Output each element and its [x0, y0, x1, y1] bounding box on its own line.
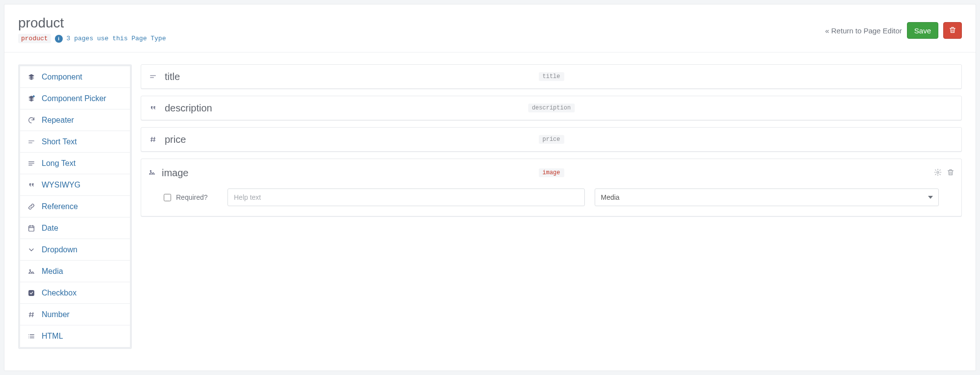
calendar-icon [27, 224, 36, 232]
field-slug-badge: price [538, 135, 564, 144]
svg-point-3 [29, 269, 30, 270]
delete-button[interactable] [943, 22, 962, 39]
field-row-title[interactable]: title title [141, 64, 962, 89]
page-header: product product i 3 pages use this Page … [4, 4, 976, 53]
sidebar-item-label: WYSIWYG [42, 181, 80, 189]
help-text-input[interactable] [227, 188, 585, 206]
field-label: image [162, 167, 188, 179]
svg-text:+: + [33, 95, 34, 97]
sidebar-item-wysiwyg[interactable]: WYSIWYG [20, 174, 130, 196]
sidebar-item-short-text[interactable]: Short Text [20, 131, 130, 153]
link-icon [27, 203, 36, 211]
reload-icon [27, 116, 36, 124]
sidebar-item-media[interactable]: Media [20, 261, 130, 282]
hash-icon [148, 135, 158, 143]
layers-icon [27, 73, 36, 81]
field-card-header[interactable]: image image [148, 166, 955, 180]
field-card-actions [934, 168, 955, 178]
editor-body: Component + Component Picker Repeater Sh… [4, 53, 976, 361]
sidebar-item-label: Dropdown [42, 245, 77, 254]
sidebar-item-label: Number [42, 310, 70, 319]
return-link[interactable]: « Return to Page Editor [825, 27, 902, 35]
field-row-price[interactable]: price price [141, 127, 962, 152]
sidebar-item-long-text[interactable]: Long Text [20, 153, 130, 174]
field-card-body: Required? Media [148, 180, 955, 209]
page-slug-badge: product [18, 34, 51, 43]
long-text-icon [27, 160, 36, 167]
sidebar-item-dropdown[interactable]: Dropdown [20, 239, 130, 261]
page-meta: product i 3 pages use this Page Type [18, 34, 166, 43]
hash-icon [27, 311, 36, 319]
page-usage-text: 3 pages use this Page Type [67, 35, 166, 42]
short-text-icon [27, 138, 36, 146]
header-actions: « Return to Page Editor Save [825, 22, 962, 39]
required-checkbox-wrap[interactable]: Required? [164, 193, 218, 201]
sidebar-item-repeater[interactable]: Repeater [20, 109, 130, 131]
svg-point-6 [937, 171, 939, 173]
field-slug-badge: description [528, 104, 575, 112]
sidebar-item-label: HTML [42, 332, 63, 341]
sidebar-item-label: Component Picker [42, 94, 106, 103]
sidebar-item-label: Media [42, 267, 63, 276]
fields-area: title title description description pric… [141, 64, 962, 216]
sidebar-item-label: Repeater [42, 116, 74, 125]
sidebar-item-component-picker[interactable]: + Component Picker [20, 88, 130, 109]
svg-rect-4 [29, 290, 34, 295]
field-label: price [165, 134, 186, 145]
sidebar-item-html[interactable]: HTML [20, 325, 130, 347]
sidebar-item-label: Date [42, 224, 58, 233]
required-checkbox[interactable] [164, 194, 171, 201]
sidebar-item-reference[interactable]: Reference [20, 196, 130, 217]
field-row-description[interactable]: description description [141, 96, 962, 120]
trash-icon [949, 26, 956, 35]
sidebar-item-label: Long Text [42, 159, 75, 168]
short-text-icon [148, 73, 158, 80]
type-select-wrap: Media [595, 188, 939, 206]
sidebar-item-label: Reference [42, 202, 78, 211]
sidebar-item-label: Short Text [42, 137, 77, 146]
field-type-select[interactable]: Media [595, 188, 939, 206]
layers-plus-icon: + [27, 95, 36, 103]
svg-rect-2 [29, 226, 34, 231]
sidebar-item-number[interactable]: Number [20, 304, 130, 325]
field-slug-badge: image [538, 168, 564, 177]
info-icon[interactable]: i [55, 35, 63, 43]
required-label: Required? [176, 193, 208, 201]
quote-icon [148, 104, 158, 112]
sidebar-item-label: Component [42, 73, 82, 81]
image-icon [148, 168, 156, 178]
header-left: product product i 3 pages use this Page … [18, 15, 166, 43]
chevron-down-icon [27, 246, 36, 254]
sidebar-item-date[interactable]: Date [20, 217, 130, 239]
field-card-image: image image Required? [141, 159, 962, 216]
svg-point-5 [150, 170, 151, 171]
field-label: title [165, 71, 180, 82]
save-button[interactable]: Save [907, 22, 938, 39]
sidebar-item-checkbox[interactable]: Checkbox [20, 282, 130, 304]
sidebar-item-component[interactable]: Component [20, 66, 130, 88]
field-label: description [165, 103, 212, 114]
field-slug-badge: title [538, 72, 564, 81]
sidebar-item-label: Checkbox [42, 289, 76, 297]
page-type-editor: product product i 3 pages use this Page … [4, 4, 976, 371]
quote-icon [27, 181, 36, 189]
gear-icon[interactable] [934, 168, 942, 178]
field-types-sidebar: Component + Component Picker Repeater Sh… [18, 64, 132, 349]
list-icon [27, 332, 36, 340]
page-title: product [18, 15, 166, 31]
checkbox-icon [27, 289, 36, 297]
trash-icon[interactable] [947, 168, 955, 178]
image-icon [27, 268, 36, 275]
